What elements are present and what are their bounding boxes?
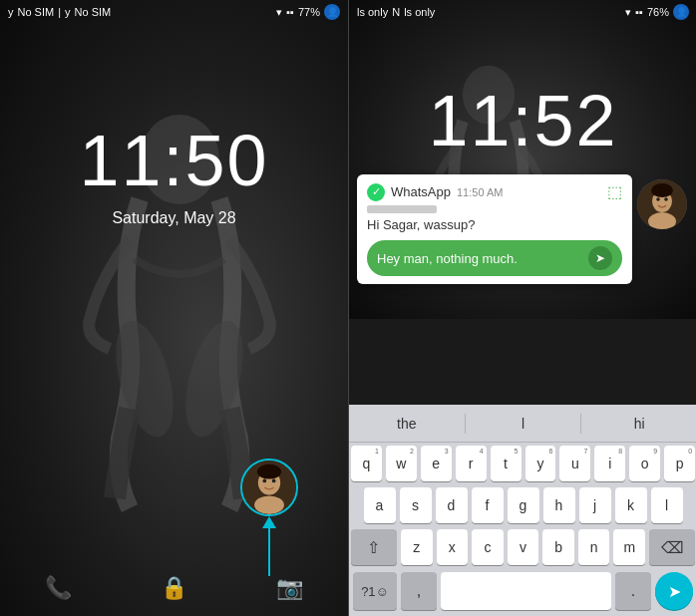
right-status-right: ▾ ▪▪ 76% 👤	[625, 4, 689, 20]
key-y[interactable]: 6y	[525, 446, 556, 481]
key-o[interactable]: 9o	[629, 446, 660, 481]
notification-card[interactable]: ✓ WhatsApp 11:50 AM ⬚ Hi Sagar, wassup? …	[357, 174, 632, 284]
svg-point-7	[272, 479, 276, 483]
key-d[interactable]: d	[436, 487, 468, 523]
period-key[interactable]: .	[615, 572, 651, 610]
shift-key[interactable]: ⇧	[351, 529, 397, 565]
notification-expand-icon[interactable]: ⬚	[607, 182, 622, 201]
notification-app-name: WhatsApp	[391, 184, 451, 199]
key-z[interactable]: z	[401, 529, 433, 565]
word-suggestions: the l hi	[349, 405, 696, 443]
left-date: Saturday, May 28	[0, 209, 348, 227]
num-7: 7	[583, 448, 587, 455]
wifi-icon: ▾	[276, 6, 282, 19]
key-m[interactable]: m	[613, 529, 645, 565]
keyboard-bottom-row: ?1☺ , . ➤	[349, 568, 696, 616]
user-icon: 👤	[324, 4, 340, 20]
avatar-border	[240, 459, 298, 516]
right-status-sep: N	[392, 6, 400, 18]
num-2: 2	[410, 448, 414, 455]
key-u[interactable]: 7u	[559, 446, 590, 481]
key-i[interactable]: 8i	[594, 446, 625, 481]
key-t[interactable]: 5t	[491, 446, 522, 481]
right-user-icon: 👤	[673, 4, 689, 20]
key-w[interactable]: 2w	[386, 446, 417, 481]
svg-point-5	[254, 495, 284, 514]
right-status-bar: ls only N ls only ▾ ▪▪ 76% 👤	[349, 0, 696, 24]
right-avatar	[637, 179, 687, 229]
keyboard-row-3: ⇧ z x c v b n m ⌫	[349, 526, 696, 568]
key-s[interactable]: s	[400, 487, 432, 523]
notification-message: Hi Sagar, wassup?	[367, 217, 622, 232]
lock-icon[interactable]: 🔒	[161, 575, 187, 601]
keyboard-row-1: 1q 2w 3e 4r 5t 6y 7u 8i 9o 0p	[349, 443, 696, 484]
left-panel: y No SIM | y No SIM ▾ ▪▪ 77% 👤 11:50 Sat…	[0, 0, 348, 616]
no-sim2-label: No SIM	[75, 6, 112, 18]
keyboard: the l hi 1q 2w 3e 4r 5t 6y 7u 8i 9o 0p a…	[349, 405, 696, 616]
suggestion-the[interactable]: the	[349, 408, 465, 440]
svg-point-13	[656, 197, 660, 201]
backspace-key[interactable]: ⌫	[649, 529, 695, 565]
right-clock: 11:52	[349, 80, 696, 161]
avatar-container	[240, 459, 298, 516]
carrier1-label: y	[8, 6, 14, 18]
right-status-text2: ls only	[404, 6, 435, 18]
right-status-text1: ls only	[357, 6, 388, 18]
left-status-right: ▾ ▪▪ 77% 👤	[276, 4, 340, 20]
left-clock: 11:50	[0, 120, 348, 201]
key-n[interactable]: n	[578, 529, 610, 565]
num-6: 6	[549, 448, 553, 455]
key-r[interactable]: 4r	[456, 446, 487, 481]
key-j[interactable]: j	[579, 487, 611, 523]
battery-label: 77%	[298, 6, 320, 18]
signal-icon: ▪▪	[286, 6, 294, 18]
key-v[interactable]: v	[508, 529, 539, 565]
key-a[interactable]: a	[364, 487, 396, 523]
notification-app-info: ✓ WhatsApp 11:50 AM	[367, 183, 503, 201]
whatsapp-icon: ✓	[367, 183, 385, 201]
space-key[interactable]	[441, 572, 611, 610]
key-h[interactable]: h	[543, 487, 575, 523]
avatar-face	[242, 461, 296, 514]
num-4: 4	[480, 448, 484, 455]
svg-point-15	[651, 183, 673, 197]
phone-icon[interactable]: 📞	[45, 575, 72, 601]
svg-point-14	[664, 197, 668, 201]
right-status-left: ls only N ls only	[357, 6, 435, 18]
camera-icon[interactable]: 📷	[276, 575, 303, 601]
key-e[interactable]: 3e	[421, 446, 452, 481]
reply-area[interactable]: Hey man, nothing much. ➤	[367, 240, 622, 276]
no-sim1-label: No SIM	[18, 6, 55, 18]
enter-key[interactable]: ➤	[655, 572, 693, 610]
key-g[interactable]: g	[508, 487, 539, 523]
notification-time: 11:50 AM	[457, 186, 503, 198]
right-avatar-face	[637, 179, 687, 229]
left-status-left: y No SIM | y No SIM	[8, 6, 111, 18]
num-3: 3	[445, 448, 449, 455]
emoji-key[interactable]: ?1☺	[353, 572, 397, 610]
key-c[interactable]: c	[472, 529, 504, 565]
num-8: 8	[618, 448, 622, 455]
right-signal-icon: ▪▪	[635, 6, 643, 18]
comma-key[interactable]: ,	[401, 572, 437, 610]
suggestion-hi[interactable]: hi	[581, 408, 696, 440]
key-p[interactable]: 0p	[664, 446, 695, 481]
carrier2-label: y	[65, 6, 71, 18]
key-k[interactable]: k	[615, 487, 647, 523]
key-f[interactable]: f	[472, 487, 504, 523]
key-b[interactable]: b	[542, 529, 574, 565]
num-0: 0	[688, 448, 692, 455]
suggestion-l[interactable]: l	[466, 408, 581, 440]
bottom-nav: 📞 🔒 📷	[0, 560, 348, 616]
send-button[interactable]: ➤	[588, 246, 612, 270]
num-9: 9	[653, 448, 657, 455]
num-1: 1	[375, 448, 379, 455]
separator1: |	[58, 6, 61, 18]
svg-point-6	[262, 479, 266, 483]
key-q[interactable]: 1q	[351, 446, 382, 481]
right-panel: ls only N ls only ▾ ▪▪ 76% 👤 11:52	[349, 0, 696, 616]
key-l[interactable]: l	[651, 487, 683, 523]
key-x[interactable]: x	[437, 529, 469, 565]
svg-point-8	[257, 464, 281, 479]
keyboard-row-2: a s d f g h j k l	[349, 484, 696, 526]
